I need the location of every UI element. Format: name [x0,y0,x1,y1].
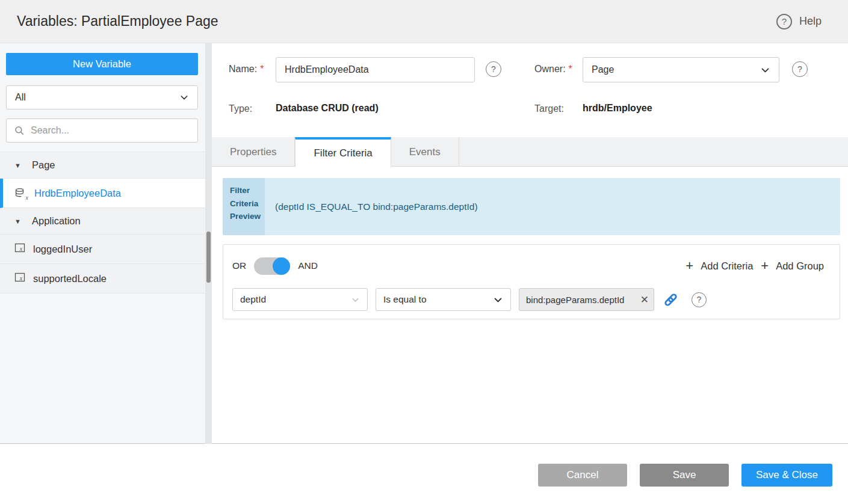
database-variable-icon: x [14,188,26,199]
sidebar-item-loggedinuser[interactable]: x loggedInUser [0,235,205,264]
clear-binding-icon[interactable]: ✕ [639,293,649,306]
sidebar-group-application[interactable]: ▼ Application [0,208,205,235]
target-value: hrdb/Employee [583,103,652,114]
target-label: Target: [534,103,564,114]
tab-filter-criteria[interactable]: Filter Criteria [295,137,391,167]
variables-sidebar: New Variable All ▼ Page [0,43,212,443]
page-title: Variables: PartialEmployee Page [17,13,218,29]
collapse-triangle-icon[interactable]: ▼ [14,218,24,225]
owner-help-icon[interactable]: ? [792,61,808,77]
chevron-down-icon [493,295,503,305]
search-input[interactable] [6,118,198,143]
chevron-down-icon [351,295,360,304]
help-button[interactable]: ? Help [776,14,822,29]
variable-detail-panel: Name:* ? Owner:* Page ? Type: Database C… [212,43,848,443]
or-label: OR [232,260,246,271]
criteria-condition-select[interactable]: Is equal to [376,288,511,311]
chevron-down-icon [179,93,189,102]
save-button[interactable]: Save [640,464,729,487]
help-label: Help [799,15,822,28]
criteria-condition-value: Is equal to [383,294,493,305]
sidebar-item-label: loggedInUser [33,244,92,255]
toggle-knob[interactable] [273,257,290,275]
criteria-help-icon[interactable]: ? [692,292,707,307]
and-label: AND [298,260,318,271]
sidebar-group-page[interactable]: ▼ Page [0,152,205,179]
model-variable-icon: x [14,272,25,284]
type-value: Database CRUD (read) [276,103,379,114]
search-icon [14,125,25,138]
model-variable-icon: x [14,243,25,255]
name-label: Name:* [229,64,264,75]
svg-text:x: x [19,275,23,281]
bind-link-icon[interactable] [663,292,678,307]
sidebar-item-label: supportedLocale [33,273,107,284]
required-marker: * [260,64,264,74]
criteria-value-chip[interactable]: bind:pageParams.deptId ✕ [519,288,654,311]
criteria-bound-value: bind:pageParams.deptId [526,295,639,305]
help-icon: ? [776,14,792,29]
svg-text:x: x [19,245,23,252]
name-help-icon[interactable]: ? [486,61,501,77]
save-and-close-button[interactable]: Save & Close [741,464,832,487]
chevron-down-icon [760,65,770,75]
filter-criteria-preview: Filter Criteria Preview (deptId IS_EQUAL… [223,178,840,235]
sidebar-group-label: Application [32,215,81,227]
add-group-button[interactable]: + Add Group [761,259,824,272]
variable-filter-value: All [15,92,179,103]
sidebar-scrollbar[interactable] [205,43,212,444]
criteria-group: OR AND + Add Criteria + Add Group [223,244,840,319]
collapse-triangle-icon[interactable]: ▼ [14,162,24,169]
owner-label: Owner:* [534,64,572,75]
variable-filter-select[interactable]: All [6,85,198,109]
sidebar-group-label: Page [32,159,55,171]
plus-icon: + [686,259,693,272]
variable-list: ▼ Page x HrdbEmployeeData ▼ [0,152,205,293]
type-label: Type: [229,103,252,114]
or-and-toggle[interactable] [254,257,290,275]
add-criteria-button[interactable]: + Add Criteria [686,259,753,272]
criteria-toolbar: OR AND + Add Criteria + Add Group [232,257,824,275]
filter-criteria-panel: Filter Criteria Preview (deptId IS_EQUAL… [212,167,848,443]
criteria-field-value: deptId [240,294,351,305]
sidebar-item-label: HrdbEmployeeData [34,188,121,199]
preview-label: Filter Criteria Preview [223,178,265,235]
sidebar-scrollbar-thumb[interactable] [206,232,211,283]
name-field[interactable] [276,57,475,82]
owner-value: Page [592,64,760,75]
variable-search [6,118,198,143]
variable-form: Name:* ? Owner:* Page ? Type: Database C… [212,43,848,137]
new-variable-button[interactable]: New Variable [6,53,198,75]
dialog-header: Variables: PartialEmployee Page ? Help [0,0,848,43]
tab-events[interactable]: Events [391,137,459,167]
sidebar-item-supportedlocale[interactable]: x supportedLocale [0,264,205,293]
plus-icon: + [761,259,769,272]
owner-select[interactable]: Page [583,57,779,82]
cancel-button[interactable]: Cancel [538,464,627,487]
sidebar-item-hrdbemployeedata[interactable]: x HrdbEmployeeData [0,179,205,208]
required-marker: * [569,64,572,74]
preview-value: (deptId IS_EQUAL_TO bind:pageParams.dept… [265,178,840,235]
tab-bar: Properties Filter Criteria Events [212,137,848,167]
dialog-footer: Cancel Save Save & Close [0,444,848,504]
criteria-field-select[interactable]: deptId [232,288,368,311]
dialog-body: New Variable All ▼ Page [0,43,848,444]
tab-properties[interactable]: Properties [212,137,295,167]
criteria-row: deptId Is equal to bind:pageParams.deptI… [232,288,707,311]
